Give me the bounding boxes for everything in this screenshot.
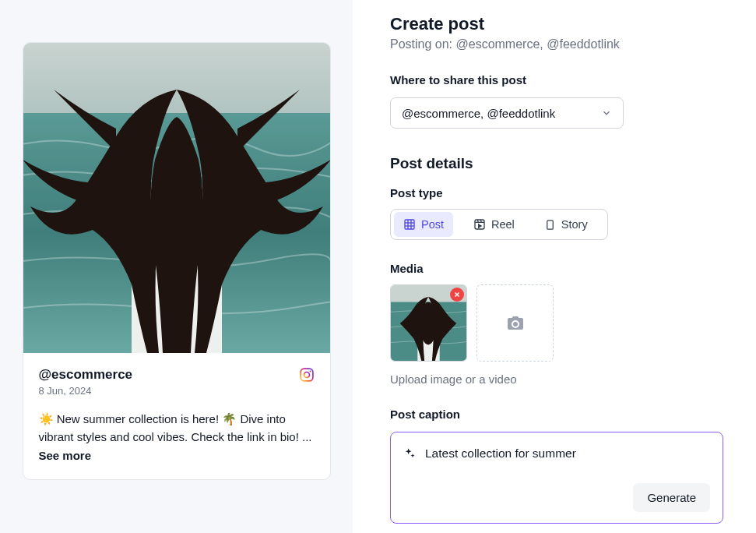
svg-rect-11 <box>475 220 484 229</box>
media-thumbnail[interactable] <box>390 284 467 362</box>
svg-rect-16 <box>547 220 554 228</box>
see-more-link[interactable]: See more <box>39 449 315 462</box>
chevron-down-icon <box>601 108 612 118</box>
reel-icon <box>473 218 486 231</box>
preview-panel: @escommerce 8 Jun, 2024 ☀️ New summer co… <box>0 0 353 533</box>
camera-icon <box>506 314 525 333</box>
svg-point-4 <box>304 372 309 378</box>
post-type-group: Post Reel Story <box>390 209 608 240</box>
share-select[interactable]: @escommerce, @feeddotlink <box>390 97 624 129</box>
close-icon <box>453 291 461 298</box>
media-helper: Upload image or a video <box>390 372 730 386</box>
post-type-story[interactable]: Story <box>535 212 597 237</box>
caption-input[interactable] <box>425 447 710 461</box>
caption-label: Post caption <box>390 408 730 421</box>
media-row <box>390 284 730 362</box>
posting-on-subtitle: Posting on: @escommerce, @feeddotlink <box>390 37 730 51</box>
remove-media-button[interactable] <box>450 288 464 302</box>
sparkle-icon <box>403 447 416 460</box>
svg-marker-15 <box>479 224 481 228</box>
page-title: Create post <box>390 14 730 34</box>
preview-caption: ☀️ New summer collection is here! 🌴 Dive… <box>39 411 315 446</box>
svg-point-19 <box>420 302 437 345</box>
instagram-icon <box>299 367 315 383</box>
form-panel: Create post Posting on: @escommerce, @fe… <box>353 0 756 533</box>
post-type-reel[interactable]: Reel <box>464 212 524 237</box>
svg-rect-6 <box>405 220 414 229</box>
share-select-value: @escommerce, @feeddotlink <box>402 107 555 120</box>
grid-icon <box>403 218 416 231</box>
upload-media-button[interactable] <box>476 284 554 362</box>
post-details-title: Post details <box>390 155 730 172</box>
post-type-post[interactable]: Post <box>394 212 453 237</box>
story-icon <box>544 219 556 231</box>
generate-button[interactable]: Generate <box>633 483 710 512</box>
preview-body: @escommerce 8 Jun, 2024 ☀️ New summer co… <box>23 353 330 479</box>
post-type-label: Post type <box>390 186 730 199</box>
preview-handle: @escommerce <box>39 367 133 383</box>
share-label: Where to share this post <box>390 73 730 86</box>
caption-box: Generate <box>390 432 723 524</box>
svg-point-5 <box>309 371 311 372</box>
media-label: Media <box>390 262 730 275</box>
svg-rect-3 <box>301 369 313 381</box>
preview-date: 8 Jun, 2024 <box>39 385 133 397</box>
preview-image <box>23 43 330 353</box>
post-preview-card: @escommerce 8 Jun, 2024 ☀️ New summer co… <box>23 42 331 480</box>
